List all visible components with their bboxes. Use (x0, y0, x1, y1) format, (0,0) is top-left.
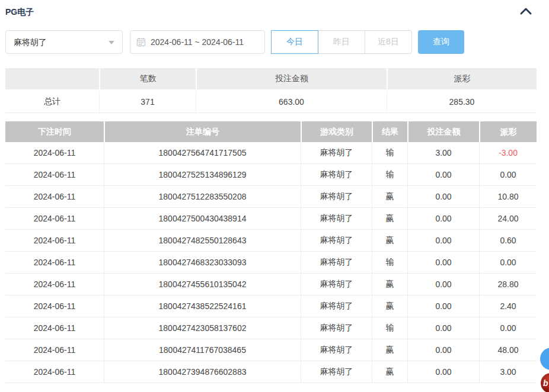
summary-header-bet-amount: 投注金额 (196, 68, 387, 91)
table-header-row: 下注时间 注单编号 游戏类别 结果 投注金额 派彩 (5, 121, 537, 142)
cell-bet-amount: 3.00 (407, 142, 479, 164)
table-row: 2024-06-11 1800427482550128643 麻将胡了 赢 0.… (5, 230, 537, 252)
cell-bet-time: 2024-06-11 (5, 317, 104, 339)
cell-payout: -3.00 (479, 142, 537, 164)
cell-payout: 48.00 (479, 339, 537, 361)
brand-letter: b (543, 378, 548, 388)
floating-chat-button[interactable] (540, 348, 549, 370)
quick-date-button-group: 今日 昨日 近8日 (272, 30, 412, 54)
cell-bet-amount: 0.00 (407, 208, 479, 230)
summary-total-row: 总计 371 663.00 285.30 (5, 91, 537, 113)
header-result: 结果 (372, 121, 407, 142)
table-row: 2024-06-11 1800427500430438914 麻将胡了 赢 0.… (5, 208, 537, 230)
date-range-input[interactable]: 2024-06-11 ~ 2024-06-11 (130, 30, 265, 54)
cell-game-type: 麻将胡了 (301, 274, 372, 295)
header-bet-amount: 投注金额 (407, 121, 479, 142)
collapse-button[interactable] (516, 4, 536, 20)
floating-brand-button[interactable]: b (541, 373, 549, 392)
cell-order-number: 1800427564741717505 (104, 142, 301, 164)
cell-payout: 0.60 (479, 230, 537, 252)
cell-bet-amount: 0.00 (407, 164, 479, 186)
header-payout: 派彩 (479, 121, 537, 142)
cell-bet-time: 2024-06-11 (5, 252, 104, 274)
cell-bet-amount: 0.00 (407, 295, 479, 317)
cell-bet-time: 2024-06-11 (5, 208, 104, 230)
table-row: 2024-06-11 1800427455610135042 麻将胡了 赢 0.… (5, 274, 537, 295)
cell-order-number: 1800427411767038465 (104, 339, 301, 361)
cell-bet-time: 2024-06-11 (5, 186, 104, 208)
cell-bet-amount: 0.00 (407, 317, 479, 339)
cell-payout: 10.80 (479, 186, 537, 208)
table-row: 2024-06-11 1800427411767038465 麻将胡了 赢 0.… (5, 339, 537, 361)
summary-header-row: 笔数 投注金额 派彩 (5, 68, 537, 91)
cell-game-type: 麻将胡了 (301, 142, 372, 164)
cell-game-type: 麻将胡了 (301, 208, 372, 230)
calendar-icon (136, 37, 146, 47)
page-title: PG电子 (5, 7, 34, 18)
date-range-value: 2024-06-11 ~ 2024-06-11 (151, 37, 244, 47)
cell-bet-time: 2024-06-11 (5, 339, 104, 361)
table-row: 2024-06-11 1800427394876602883 麻将胡了 赢 0.… (5, 361, 537, 383)
cell-payout: 0.00 (479, 317, 537, 339)
cell-result: 输 (372, 142, 407, 164)
game-select-value: 麻将胡了 (14, 37, 47, 47)
game-select[interactable]: 麻将胡了 (5, 30, 123, 54)
summary-total-count: 371 (99, 91, 196, 113)
cell-order-number: 1800427482550128643 (104, 230, 301, 252)
summary-header-count: 笔数 (99, 68, 196, 91)
cell-bet-time: 2024-06-11 (5, 361, 104, 383)
cell-result: 输 (372, 164, 407, 186)
summary-total-payout: 285.30 (387, 91, 537, 113)
table-row: 2024-06-11 1800427438522524161 麻将胡了 赢 0.… (5, 295, 537, 317)
filter-bar: 麻将胡了 2024-06-11 ~ 2024-06-11 今日 昨日 近 (5, 30, 545, 54)
cell-game-type: 麻将胡了 (301, 295, 372, 317)
cell-game-type: 麻将胡了 (301, 317, 372, 339)
cell-result: 赢 (372, 230, 407, 252)
quick-date-button[interactable]: 今日 (271, 30, 318, 54)
cell-game-type: 麻将胡了 (301, 339, 372, 361)
cell-game-type: 麻将胡了 (301, 252, 372, 274)
cell-bet-amount: 0.00 (407, 274, 479, 295)
cell-payout: 0.00 (479, 252, 537, 274)
table-row: 2024-06-11 1800427512283550208 麻将胡了 赢 0.… (5, 186, 537, 208)
cell-payout: 2.40 (479, 295, 537, 317)
cell-bet-amount: 0.00 (407, 186, 479, 208)
header-bet-time: 下注时间 (5, 121, 104, 142)
cell-game-type: 麻将胡了 (301, 361, 372, 383)
cell-result: 赢 (372, 339, 407, 361)
cell-order-number: 1800427438522524161 (104, 295, 301, 317)
table-row: 2024-06-11 1800427468323033093 麻将胡了 输 0.… (5, 252, 537, 274)
cell-order-number: 1800427525134896129 (104, 164, 301, 186)
quick-date-button[interactable]: 昨日 (318, 30, 365, 54)
cell-bet-amount: 0.00 (407, 252, 479, 274)
cell-bet-time: 2024-06-11 (5, 230, 104, 252)
cell-bet-amount: 0.00 (407, 361, 479, 383)
cell-result: 赢 (372, 295, 407, 317)
cell-bet-time: 2024-06-11 (5, 164, 104, 186)
table-row: 2024-06-11 1800427564741717505 麻将胡了 输 3.… (5, 142, 537, 164)
table-row: 2024-06-11 1800427525134896129 麻将胡了 输 0.… (5, 164, 537, 186)
cell-result: 输 (372, 252, 407, 274)
cell-bet-time: 2024-06-11 (5, 274, 104, 295)
chevron-down-icon (108, 41, 114, 44)
cell-order-number: 1800427455610135042 (104, 274, 301, 295)
cell-order-number: 1800427512283550208 (104, 186, 301, 208)
bet-records-table: 下注时间 注单编号 游戏类别 结果 投注金额 派彩 2024-06-11 180… (5, 121, 537, 383)
summary-total-label: 总计 (5, 91, 99, 113)
cell-payout: 3.00 (479, 361, 537, 383)
query-button[interactable]: 查询 (418, 30, 464, 54)
cell-bet-amount: 0.00 (407, 339, 479, 361)
cell-result: 输 (372, 317, 407, 339)
header-order-number: 注单编号 (104, 121, 301, 142)
cell-bet-time: 2024-06-11 (5, 295, 104, 317)
quick-date-button[interactable]: 近8日 (365, 30, 412, 54)
cell-order-number: 1800427394876602883 (104, 361, 301, 383)
cell-order-number: 1800427500430438914 (104, 208, 301, 230)
cell-payout: 28.80 (479, 274, 537, 295)
cell-result: 赢 (372, 208, 407, 230)
cell-order-number: 1800427423058137602 (104, 317, 301, 339)
cell-game-type: 麻将胡了 (301, 186, 372, 208)
cell-bet-time: 2024-06-11 (5, 142, 104, 164)
cell-result: 赢 (372, 361, 407, 383)
header-game-type: 游戏类别 (301, 121, 372, 142)
